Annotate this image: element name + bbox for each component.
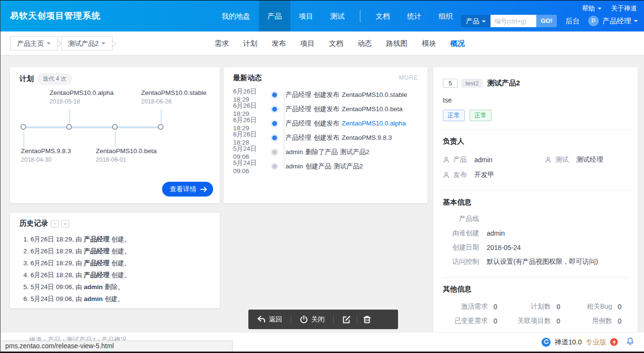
nav-item-product[interactable]: 产品: [259, 0, 290, 31]
milestone-dot[interactable]: [20, 124, 26, 130]
info-row: 访问控制默认设置(有产品视图权限，即可访问): [443, 255, 628, 269]
breadcrumb-current-product[interactable]: 测试产品2: [61, 36, 112, 51]
history-card-title: 历史记录: [20, 219, 48, 228]
product-title: 测试产品2: [487, 79, 520, 88]
back-arrow-icon: [257, 315, 266, 323]
tab-dynamic[interactable]: 动态: [350, 31, 379, 55]
breadcrumb-product-home[interactable]: 产品主页: [10, 36, 58, 51]
nav-item-doc[interactable]: 文档: [367, 0, 399, 31]
activity-item: 6月26日 18:29 产品经理创建发布ZentaoPMS10.0.alpha: [224, 116, 428, 131]
milestone-label: ZentaoPMS10.0.alpha 2018-05-18: [50, 89, 113, 105]
tab-module[interactable]: 模块: [415, 31, 443, 55]
basic-info-section-title: 基本信息: [443, 198, 628, 207]
timeline-connector: [69, 109, 70, 124]
activity-dot: [272, 107, 277, 112]
owner-value: 开发甲: [474, 171, 494, 179]
back-button[interactable]: 返回: [257, 315, 282, 324]
timeline-connector: [115, 131, 116, 147]
basic-info-list: 产品线 由谁创建admin 创建日期2018-05-24 访问控制默认设置(有产…: [443, 212, 628, 269]
trash-icon: [363, 315, 371, 324]
delete-button[interactable]: [363, 315, 371, 324]
stat-item: 用例数0: [567, 314, 628, 328]
person-icon: [443, 156, 450, 163]
tab-story[interactable]: 需求: [207, 31, 236, 55]
admin-backend-link[interactable]: 后台: [565, 17, 580, 26]
main-nav: 我的地盘 产品 项目 测试 文档 统计 组织: [213, 0, 461, 31]
toolbar-divider: [333, 315, 334, 324]
milestone-dot[interactable]: [158, 124, 164, 130]
toolbar-divider: [357, 315, 357, 324]
activity-dot: [272, 93, 277, 97]
info-row: 产品线: [443, 212, 628, 226]
plan-card: 计划 迭代 4 次 ZentaoPMS10.0.alpha 2018-05-18…: [10, 67, 220, 203]
app-brand: 易软天创项目管理系统: [10, 0, 101, 31]
tab-release[interactable]: 发布: [265, 31, 293, 55]
activity-dot: [272, 150, 277, 155]
activity-card-title: 最新动态: [233, 73, 262, 83]
user-menu[interactable]: 产品经理: [603, 17, 638, 26]
zentao-logo-icon[interactable]: [542, 338, 551, 347]
activity-item: 6月26日 18:28 产品经理创建发布ZentaoPMS.9.8.3: [224, 131, 428, 145]
history-card: 历史记录 ↑ + 1. 6月26日 18:29, 由 产品经理 创建。 2. 6…: [10, 213, 220, 308]
activity-item: 5月24日 09:06 admin删除了产品测试产品2: [224, 145, 428, 159]
nav-divider: [360, 10, 360, 22]
avatar[interactable]: P: [588, 16, 599, 26]
tab-roadmap[interactable]: 路线图: [379, 31, 415, 55]
nav-secondary-links: 帮助 关于禅道: [582, 4, 637, 13]
activity-item: 6月26日 18:29 产品经理创建发布ZentaoPMS10.0.stable: [224, 88, 428, 102]
more-link[interactable]: MORE: [399, 74, 418, 81]
nav-item-my-zone[interactable]: 我的地盘: [213, 0, 259, 31]
go-button[interactable]: GO!: [536, 15, 557, 27]
divider: [443, 129, 628, 130]
milestone-dot[interactable]: [112, 124, 118, 130]
chevron-down-icon: [598, 8, 602, 11]
breadcrumb: 产品主页 测试产品2: [10, 36, 116, 51]
footer-right: 禅道10.0 专业版: [542, 337, 634, 347]
history-list: 1. 6月26日 18:29, 由 产品经理 创建。 2. 6月26日 18:2…: [23, 233, 131, 305]
milestone-dot[interactable]: [66, 124, 72, 130]
activity-dot: [272, 164, 277, 169]
chevron-down-icon: [102, 42, 105, 46]
upgrade-icon[interactable]: [610, 338, 618, 346]
product-description: tse: [443, 96, 628, 104]
status-badge: 正常: [470, 110, 491, 121]
product-code-badge: test2: [461, 79, 482, 88]
version-label: 禅道10.0: [554, 338, 582, 347]
edition-link[interactable]: 专业版: [586, 338, 607, 347]
milestone-label: ZentaoPMS10.0.stable 2018-06-26: [141, 89, 206, 105]
person-icon: [443, 172, 450, 178]
tab-doc[interactable]: 文档: [322, 31, 350, 55]
owner-value: 测试经理: [576, 156, 603, 164]
history-item: 5. 5月24日 09:06, 由 admin 删除。: [23, 281, 131, 293]
nav-item-project[interactable]: 项目: [290, 0, 322, 31]
nav-item-stats[interactable]: 统计: [399, 0, 430, 31]
owners-section-title: 负责人: [443, 137, 628, 146]
bell-icon[interactable]: [626, 337, 634, 347]
tab-project[interactable]: 项目: [293, 31, 322, 55]
info-row: 由谁创建admin: [443, 226, 628, 240]
stat-item: 激活需求0: [443, 300, 504, 314]
about-zentao-link[interactable]: 关于禅道: [611, 4, 637, 13]
person-icon: [545, 156, 552, 163]
release-link[interactable]: ZentaoPMS10.0.alpha: [342, 120, 406, 127]
tab-plan[interactable]: 计划: [236, 31, 265, 55]
owner-row: 测试 测试经理: [545, 153, 628, 167]
close-button[interactable]: 关闭: [300, 315, 325, 324]
edit-button[interactable]: [342, 315, 351, 324]
arrow-up-icon[interactable]: ↑: [51, 220, 59, 228]
timeline-line: [24, 126, 161, 128]
search-scope-select[interactable]: 产品: [461, 15, 491, 27]
product-id-badge: 5: [443, 79, 458, 88]
nav-item-test[interactable]: 测试: [322, 0, 353, 31]
action-toolbar: 返回 关闭: [248, 310, 398, 329]
chevron-down-icon: [482, 21, 486, 24]
status-badge: 正常: [443, 110, 465, 121]
nav-item-org[interactable]: 组织: [430, 0, 461, 31]
tab-overview[interactable]: 概况: [443, 31, 472, 55]
search-input[interactable]: [491, 15, 536, 27]
stat-item: 关联项目数0: [504, 314, 567, 328]
plus-icon[interactable]: +: [61, 220, 69, 228]
subheader: 产品主页 测试产品2 需求 计划 发布 项目 文档 动态 路线图 模块 概况: [0, 31, 644, 55]
view-detail-button[interactable]: 查看详情: [162, 182, 213, 197]
help-menu[interactable]: 帮助: [582, 4, 602, 13]
